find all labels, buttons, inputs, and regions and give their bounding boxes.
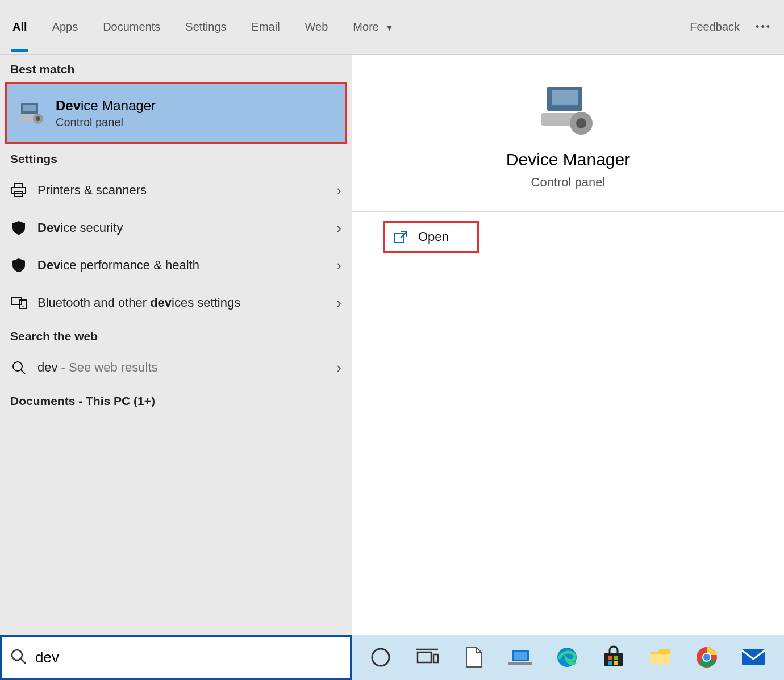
svg-point-4 <box>36 116 40 121</box>
svg-rect-18 <box>395 233 404 243</box>
taskbar-searchbox[interactable] <box>0 635 352 680</box>
devices-icon <box>10 297 27 309</box>
preview-subtitle: Control panel <box>352 175 784 190</box>
settings-item-printers[interactable]: Printers & scanners › <box>0 172 352 209</box>
svg-rect-1 <box>23 105 36 111</box>
tab-all[interactable]: All <box>12 2 27 52</box>
tab-apps[interactable]: Apps <box>52 2 78 52</box>
web-result[interactable]: dev - See web results › <box>0 349 352 386</box>
settings-item-device-performance[interactable]: Device performance & health › <box>0 247 352 284</box>
device-manager-large-icon <box>534 83 602 140</box>
best-match-title-rest: ice Manager <box>81 98 156 113</box>
preview-panel: Device Manager Control panel Open <box>352 55 784 635</box>
best-match-result[interactable]: Device Manager Control panel <box>5 82 347 144</box>
cortana-icon[interactable] <box>368 645 393 670</box>
svg-rect-6 <box>12 187 26 194</box>
settings-item-label: Device security <box>37 220 336 235</box>
best-match-subtitle: Control panel <box>56 116 156 129</box>
device-manager-icon <box>18 99 45 127</box>
svg-rect-28 <box>508 662 532 665</box>
chevron-right-icon: › <box>336 294 341 312</box>
search-input[interactable] <box>35 649 350 666</box>
svg-line-12 <box>21 370 25 374</box>
settings-item-label: Device performance & health <box>37 258 336 273</box>
settings-item-label: Printers & scanners <box>37 183 336 198</box>
section-settings: Settings <box>0 144 352 172</box>
section-documents: Documents - This PC (1+) <box>0 386 352 414</box>
laptop-icon[interactable] <box>508 645 533 670</box>
chevron-right-icon: › <box>336 359 341 377</box>
svg-rect-14 <box>552 90 578 105</box>
svg-rect-35 <box>650 654 670 664</box>
svg-point-20 <box>12 650 22 660</box>
svg-rect-33 <box>608 661 612 665</box>
tab-more-label: More <box>353 20 379 33</box>
svg-rect-34 <box>614 661 618 665</box>
chevron-right-icon: › <box>336 182 341 199</box>
svg-point-17 <box>576 118 586 128</box>
settings-item-bluetooth-devices[interactable]: Bluetooth and other devices settings › <box>0 284 352 322</box>
svg-point-11 <box>13 362 22 371</box>
svg-rect-31 <box>608 656 612 660</box>
svg-rect-39 <box>742 649 765 665</box>
svg-rect-32 <box>614 656 618 660</box>
results-panel: Best match Device Manager Con <box>0 55 352 635</box>
document-icon[interactable] <box>461 645 486 670</box>
tab-settings[interactable]: Settings <box>185 2 226 52</box>
taskbar <box>0 635 784 680</box>
feedback-link[interactable]: Feedback <box>690 20 740 34</box>
shield-icon <box>10 258 27 273</box>
tabs: All Apps Documents Settings Email Web Mo… <box>12 2 393 52</box>
task-view-icon[interactable] <box>415 645 440 670</box>
preview-title: Device Manager <box>352 150 784 169</box>
tab-email[interactable]: Email <box>252 2 280 52</box>
best-match-title: Device Manager <box>56 98 156 114</box>
open-button[interactable]: Open <box>383 221 479 253</box>
svg-rect-5 <box>15 183 23 187</box>
divider <box>352 211 784 212</box>
svg-line-21 <box>21 659 26 664</box>
edge-icon[interactable] <box>554 645 579 670</box>
tab-web[interactable]: Web <box>305 2 328 52</box>
settings-item-device-security[interactable]: Device security › <box>0 209 352 247</box>
chevron-right-icon: › <box>336 219 341 237</box>
tabbar-right: Feedback ••• <box>690 20 772 34</box>
search-icon <box>10 648 26 666</box>
svg-point-38 <box>703 654 710 661</box>
search-icon <box>10 361 27 374</box>
search-filter-tabbar: All Apps Documents Settings Email Web Mo… <box>0 0 784 55</box>
svg-point-10 <box>22 306 23 307</box>
svg-rect-25 <box>433 654 438 662</box>
store-icon[interactable] <box>601 645 626 670</box>
web-result-label: dev - See web results <box>37 360 336 375</box>
svg-rect-27 <box>514 652 527 660</box>
open-icon <box>394 231 408 243</box>
settings-item-label: Bluetooth and other devices settings <box>37 295 336 310</box>
explorer-icon[interactable] <box>648 645 673 670</box>
open-button-label: Open <box>418 230 449 244</box>
more-options-icon[interactable]: ••• <box>756 21 772 33</box>
mail-icon[interactable] <box>741 645 766 670</box>
tab-more[interactable]: More ▼ <box>353 2 393 52</box>
section-search-web: Search the web <box>0 322 352 349</box>
svg-point-22 <box>372 649 389 666</box>
shield-icon <box>10 220 27 235</box>
best-match-title-bold: Dev <box>56 98 81 113</box>
svg-rect-23 <box>418 652 431 662</box>
chevron-down-icon: ▼ <box>386 23 394 32</box>
section-best-match: Best match <box>0 55 352 82</box>
chevron-right-icon: › <box>336 257 341 274</box>
printer-icon <box>10 183 27 197</box>
chrome-icon[interactable] <box>694 645 719 670</box>
tab-documents[interactable]: Documents <box>103 2 160 52</box>
